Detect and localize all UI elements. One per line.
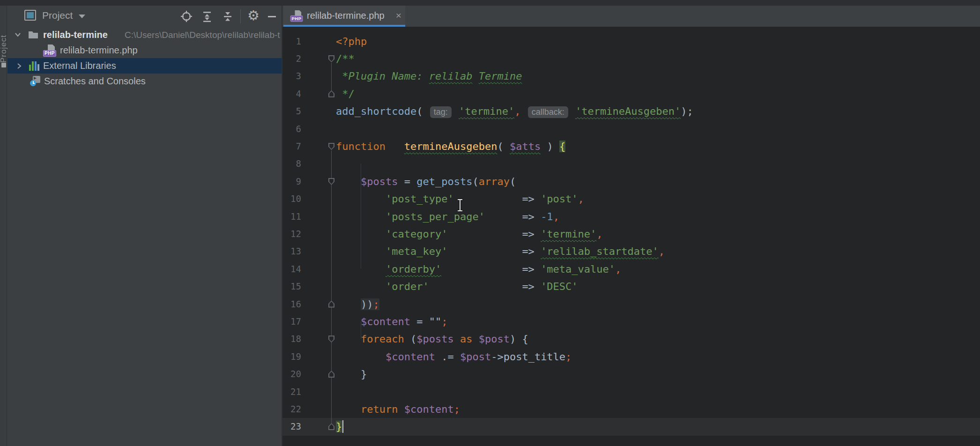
- code-token: ,: [553, 211, 559, 223]
- code-token: "": [429, 316, 442, 327]
- code-token: (: [404, 333, 417, 345]
- code-token: function: [336, 141, 386, 152]
- code-line-9[interactable]: 9 $posts = get_posts(array(: [282, 173, 980, 191]
- line-number: 4: [282, 85, 301, 103]
- code-token: }: [336, 421, 342, 432]
- code-line-5[interactable]: 5add_shortcode( tag: 'termine', callback…: [282, 103, 980, 120]
- code-token: 'termineAusgeben': [575, 105, 681, 117]
- code-token: 'termine': [541, 228, 596, 240]
- chevron-down-icon[interactable]: [79, 15, 85, 18]
- php-file-icon: PHP: [43, 45, 56, 57]
- code-token: ) {: [510, 333, 528, 345]
- code-token: .=: [435, 351, 460, 363]
- project-window-icon: [24, 10, 36, 21]
- code-token: 'orderby': [386, 263, 441, 275]
- code-token: {: [559, 141, 565, 152]
- code-token: =>: [522, 228, 541, 240]
- code-token: (: [497, 141, 510, 152]
- tree-row-scratches-and-consoles[interactable]: Scratches and Consoles: [7, 74, 282, 89]
- code-line-13[interactable]: 13 'meta_key' => 'relilab_startdate',: [282, 243, 980, 260]
- code-token: [454, 333, 460, 345]
- project-panel-title[interactable]: Project: [42, 10, 73, 21]
- mouse-ibeam-cursor: [456, 199, 464, 212]
- close-icon[interactable]: ×: [396, 10, 401, 21]
- collapse-all-icon[interactable]: [221, 10, 234, 22]
- code-token: [336, 298, 361, 310]
- code-line-1[interactable]: 1<?php: [282, 33, 980, 51]
- code-token: $content: [361, 316, 410, 327]
- line-number: 5: [282, 103, 301, 120]
- tool-stripe-square-icon[interactable]: [1, 63, 6, 67]
- code-token: 'post': [541, 193, 578, 205]
- tree-row-project-folder[interactable]: relilab-termine C:\Users\Daniel\Desktop\…: [7, 27, 282, 43]
- code-line-4[interactable]: 4 */: [282, 85, 980, 103]
- line-number: 19: [282, 348, 301, 365]
- code-token: 'category': [386, 228, 447, 240]
- scratches-icon: [30, 76, 40, 86]
- code-line-8[interactable]: 8: [282, 155, 980, 173]
- code-token: $content: [386, 351, 435, 363]
- tab-relilab-termine[interactable]: PHP relilab-termine.php ×: [283, 6, 405, 27]
- code-line-14[interactable]: 14 'orderby' => 'meta_value',: [282, 260, 980, 278]
- tree-item-label: External Libraries: [43, 60, 116, 71]
- code-line-23[interactable]: 23}: [282, 418, 980, 436]
- code-token: [336, 228, 386, 240]
- code-token: [336, 403, 361, 415]
- line-number: 16: [282, 296, 301, 313]
- code-token: [520, 105, 527, 117]
- code-token: =: [410, 316, 429, 327]
- code-line-7[interactable]: 7function termineAusgeben( $atts ) {: [282, 138, 980, 156]
- code-token: ,: [578, 193, 584, 205]
- code-token: 'order': [386, 281, 429, 292]
- libraries-icon: [29, 61, 39, 71]
- code-token: =>: [522, 263, 541, 275]
- hide-panel-icon[interactable]: [268, 10, 281, 22]
- code-token: <?php: [336, 36, 367, 47]
- code-token: [485, 211, 522, 223]
- code-token: get_posts: [416, 176, 472, 187]
- project-stripe-button[interactable]: Project: [0, 16, 8, 63]
- code-token: ;: [565, 351, 572, 363]
- code-token: [398, 403, 404, 415]
- code-token: =>: [522, 211, 541, 223]
- text-caret: [342, 420, 343, 433]
- code-token: $posts: [361, 176, 398, 187]
- code-token: =>: [522, 193, 541, 205]
- code-area[interactable]: 1<?php2/**3 *Plugin Name: relilab Termin…: [282, 27, 980, 446]
- code-line-17[interactable]: 17 $content = "";: [282, 313, 980, 331]
- code-line-3[interactable]: 3 *Plugin Name: relilab Termine: [282, 67, 980, 85]
- code-token: termineAusgeben: [404, 141, 497, 152]
- code-line-21[interactable]: 21: [282, 383, 980, 401]
- code-token: [336, 193, 386, 205]
- code-token: $atts: [510, 141, 541, 152]
- code-line-12[interactable]: 12 'category' => 'termine',: [282, 225, 980, 243]
- tool-window-stripe: Project: [0, 6, 7, 446]
- fold-connector-line: [331, 63, 332, 90]
- chevron-right-icon[interactable]: [16, 62, 22, 70]
- code-token: ;: [441, 316, 447, 327]
- code-line-10[interactable]: 10 'post_type' => 'post',: [282, 190, 980, 208]
- code-line-15[interactable]: 15 'order' => 'DESC': [282, 278, 980, 296]
- code-token: [336, 176, 361, 187]
- line-number: 1: [282, 33, 301, 50]
- ide-window: Project Project: [0, 0, 980, 446]
- code-line-11[interactable]: 11 'posts_per_page' => -1,: [282, 208, 980, 226]
- code-line-16[interactable]: 16 ));: [282, 296, 980, 313]
- tree-row-php-file[interactable]: PHP relilab-termine.php: [7, 43, 282, 58]
- header-divider: [240, 9, 241, 23]
- code-line-18[interactable]: 18 foreach ($posts as $post) {: [282, 330, 980, 348]
- tree-item-label: relilab-termine.php: [60, 45, 138, 56]
- line-number: 23: [282, 418, 301, 435]
- chevron-down-icon[interactable]: [14, 31, 22, 38]
- gear-icon[interactable]: ⚙: [247, 8, 260, 21]
- code-line-6[interactable]: 6: [282, 120, 980, 138]
- tree-row-external-libraries[interactable]: External Libraries: [7, 58, 282, 74]
- code-line-22[interactable]: 22 return $content;: [282, 401, 980, 418]
- expand-all-icon[interactable]: [200, 10, 214, 22]
- code-line-20[interactable]: 20 }: [282, 365, 980, 383]
- code-token: foreach: [361, 333, 404, 345]
- line-number: 6: [282, 120, 301, 138]
- locate-icon[interactable]: [180, 10, 193, 22]
- code-line-2[interactable]: 2/**: [282, 50, 980, 68]
- code-line-19[interactable]: 19 $content .= $post->post_title;: [282, 348, 980, 366]
